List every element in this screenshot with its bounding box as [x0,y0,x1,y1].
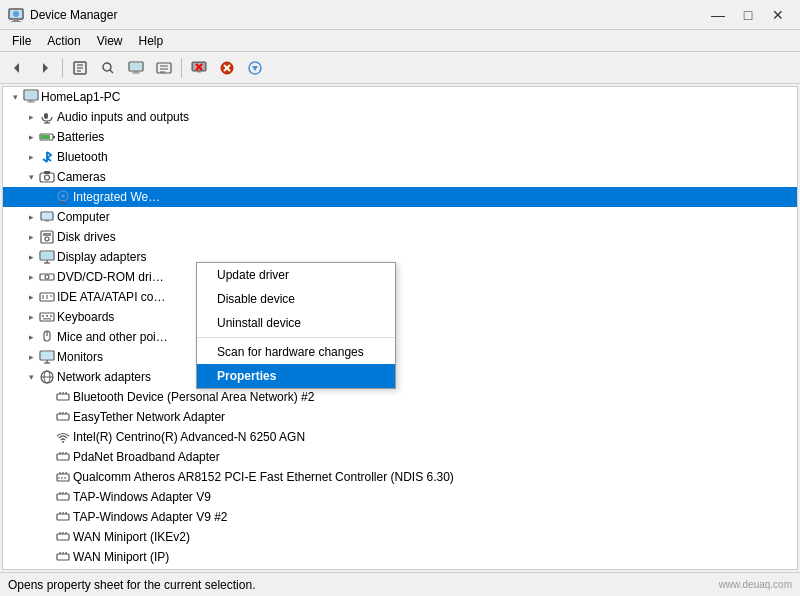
properties-button[interactable] [67,55,93,81]
tree-item-homelab[interactable]: ▾HomeLap1-PC [3,87,797,107]
expand-icon-integrated[interactable] [39,189,55,205]
scan-button[interactable] [242,55,268,81]
tree-item-keyboards[interactable]: ▸Keyboards [3,307,797,327]
tree-item-wan3[interactable]: WAN Miniport (IPv6) [3,567,797,569]
tree-item-diskdrives[interactable]: ▸Disk drives [3,227,797,247]
tree-item-tap2[interactable]: TAP-Windows Adapter V9 #2 [3,507,797,527]
expand-icon-easytether[interactable] [39,409,55,425]
expand-icon-intel[interactable] [39,429,55,445]
tree-item-intel[interactable]: Intel(R) Centrino(R) Advanced-N 6250 AGN [3,427,797,447]
expand-icon-mice[interactable]: ▸ [23,329,39,345]
svg-point-42 [45,175,50,180]
tree-item-qualcomm[interactable]: Qualcomm Atheros AR8152 PCI-E Fast Ether… [3,467,797,487]
device-list-button[interactable] [151,55,177,81]
toolbar [0,52,800,84]
tree-item-pdanet[interactable]: PdaNet Broadband Adapter [3,447,797,467]
svg-rect-68 [46,315,48,317]
expand-icon-qualcomm[interactable] [39,469,55,485]
tree-item-cameras[interactable]: ▾Cameras [3,167,797,187]
ctx-item-disable[interactable]: Disable device [197,287,395,311]
expand-icon-bluetooth-net[interactable] [39,389,55,405]
tree-label-wan1: WAN Miniport (IKEv2) [73,530,190,544]
device-icon-bluetooth [39,149,55,165]
svg-rect-16 [132,72,140,73]
expand-icon-computer[interactable]: ▸ [23,209,39,225]
main-content: ▾HomeLap1-PC▸Audio inputs and outputs▸Ba… [0,84,800,572]
device-icon-cameras [39,169,55,185]
expand-icon-network[interactable]: ▾ [23,369,39,385]
search-button[interactable] [95,55,121,81]
svg-point-4 [13,11,19,17]
close-button[interactable]: ✕ [764,4,792,26]
svg-point-59 [45,275,49,279]
uninstall-button[interactable] [214,55,240,81]
menu-help[interactable]: Help [131,32,172,50]
device-icon-wan2 [55,549,71,565]
tree-item-dvd[interactable]: ▸DVD/CD-ROM dri… [3,267,797,287]
tree-item-network[interactable]: ▾Network adapters [3,367,797,387]
tree-item-monitors[interactable]: ▸Monitors [3,347,797,367]
computer-button[interactable] [123,55,149,81]
expand-icon-tap2[interactable] [39,509,55,525]
tree-item-computer[interactable]: ▸Computer [3,207,797,227]
tree-label-computer: Computer [57,210,110,224]
tree-item-easytether[interactable]: EasyTether Network Adapter [3,407,797,427]
tree-item-bluetooth[interactable]: ▸Bluetooth [3,147,797,167]
expand-icon-wan2[interactable] [39,549,55,565]
back-button[interactable] [4,55,30,81]
ctx-item-properties[interactable]: Properties [197,364,395,388]
expand-icon-batteries[interactable]: ▸ [23,129,39,145]
svg-point-11 [103,63,111,71]
tree-item-displayadapters[interactable]: ▸Display adapters [3,247,797,267]
expand-icon-monitors[interactable]: ▸ [23,349,39,365]
expand-icon-pdanet[interactable] [39,449,55,465]
tree-item-mice[interactable]: ▸Mice and other poi… [3,327,797,347]
tree-item-wan2[interactable]: WAN Miniport (IP) [3,547,797,567]
tree-item-ide[interactable]: ▸IDE ATA/ATAPI co… [3,287,797,307]
tree-item-tap1[interactable]: TAP-Windows Adapter V9 [3,487,797,507]
watermark: www.deuaq.com [719,579,792,590]
tree-item-bluetooth-net[interactable]: Bluetooth Device (Personal Area Network)… [3,387,797,407]
expand-icon-homelab[interactable]: ▾ [7,89,23,105]
menu-view[interactable]: View [89,32,131,50]
forward-button[interactable] [32,55,58,81]
svg-rect-67 [42,315,44,317]
device-tree-scroll[interactable]: ▾HomeLap1-PC▸Audio inputs and outputs▸Ba… [3,87,797,569]
tree-item-audio[interactable]: ▸Audio inputs and outputs [3,107,797,127]
ctx-item-uninstall[interactable]: Uninstall device [197,311,395,335]
tree-label-dvd: DVD/CD-ROM dri… [57,270,164,284]
tree-item-wan1[interactable]: WAN Miniport (IKEv2) [3,527,797,547]
expand-icon-wan1[interactable] [39,529,55,545]
app-icon [8,7,24,23]
menu-action[interactable]: Action [39,32,88,50]
svg-rect-104 [57,514,69,520]
ctx-item-update[interactable]: Update driver [197,263,395,287]
device-icon-network [39,369,55,385]
menu-file[interactable]: File [4,32,39,50]
expand-icon-diskdrives[interactable]: ▸ [23,229,39,245]
expand-icon-dvd[interactable]: ▸ [23,269,39,285]
expand-icon-bluetooth[interactable]: ▸ [23,149,39,165]
expand-icon-tap1[interactable] [39,489,55,505]
menu-bar: File Action View Help [0,30,800,52]
tree-label-pdanet: PdaNet Broadband Adapter [73,450,220,464]
device-icon-qualcomm [55,469,71,485]
ctx-item-scan[interactable]: Scan for hardware changes [197,340,395,364]
expand-icon-cameras[interactable]: ▾ [23,169,39,185]
device-icon-ide [39,289,55,305]
svg-rect-43 [44,171,50,174]
expand-icon-keyboards[interactable]: ▸ [23,309,39,325]
expand-icon-displayadapters[interactable]: ▸ [23,249,39,265]
tree-label-audio: Audio inputs and outputs [57,110,189,124]
remove-button[interactable] [186,55,212,81]
tree-item-integrated[interactable]: Integrated We… [3,187,797,207]
svg-marker-5 [14,63,19,73]
svg-rect-40 [41,135,50,139]
minimize-button[interactable]: — [704,4,732,26]
tree-item-batteries[interactable]: ▸Batteries [3,127,797,147]
expand-icon-ide[interactable]: ▸ [23,289,39,305]
maximize-button[interactable]: □ [734,4,762,26]
device-icon-keyboards [39,309,55,325]
window-title: Device Manager [30,8,117,22]
expand-icon-audio[interactable]: ▸ [23,109,39,125]
